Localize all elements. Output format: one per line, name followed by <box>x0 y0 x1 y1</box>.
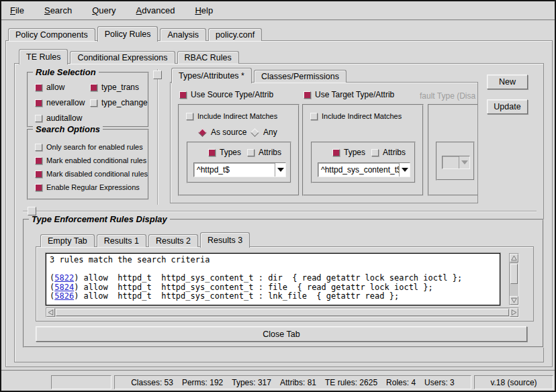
arrow-up-icon <box>511 255 517 261</box>
arrow-down-icon <box>511 297 517 303</box>
chevron-down-icon <box>461 160 468 164</box>
checkbox-indicator <box>35 99 42 107</box>
checkbox-target-types[interactable]: Types <box>332 148 365 157</box>
rule-text: ) allow httpd_t httpd_sys_content_t : ln… <box>74 291 399 301</box>
tab-classes-permissions[interactable]: Classes/Permissions <box>254 70 346 83</box>
status-message-field <box>51 375 111 389</box>
source-type-group: Include Indirect Matches As source Any T… <box>178 104 299 196</box>
checkbox-indicator <box>179 91 187 99</box>
checkbox-target-attribs[interactable]: Attribs <box>371 148 406 157</box>
tab-te-rules[interactable]: TE Rules <box>19 49 68 64</box>
checkbox-type-trans[interactable]: type_trans <box>90 83 139 92</box>
default-type-inner-box <box>436 142 475 181</box>
checkbox-type-change[interactable]: type_change <box>90 98 148 107</box>
close-tab-button[interactable]: Close Tab <box>36 326 527 342</box>
status-bar: Classes: 53 Perms: 192 Types: 317 Attrib… <box>1 370 555 391</box>
checkbox-mark-disabled-conditional[interactable]: Mark disabled conditional rules <box>35 170 148 178</box>
results-textarea[interactable]: 3 rules match the search criteria (5822)… <box>46 253 500 305</box>
rule-text: ) allow httpd_t httpd_sys_content_t : fi… <box>74 283 433 292</box>
vertical-sash-handle[interactable] <box>153 70 162 79</box>
tab-policy-components[interactable]: Policy Components <box>8 28 95 41</box>
new-button[interactable]: New <box>487 75 528 89</box>
checkbox-neverallow[interactable]: neverallow <box>35 98 85 107</box>
checkbox-source-indirect[interactable]: Include Indirect Matches <box>186 112 277 120</box>
tab-policy-rules[interactable]: Policy Rules <box>97 26 158 42</box>
rule-id-link[interactable]: 5826 <box>54 291 74 301</box>
checkbox-indicator <box>35 144 42 151</box>
tab-empty[interactable]: Empty Tab <box>40 234 95 247</box>
rule-id-link[interactable]: 5824 <box>54 283 74 292</box>
tab-conditional-expressions[interactable]: Conditional Expressions <box>70 51 175 64</box>
horizontal-sash-handle[interactable] <box>28 207 36 215</box>
checkbox-use-target-type[interactable]: Use Target Type/Attrib <box>304 90 394 99</box>
checkbox-allow[interactable]: allow <box>35 83 64 92</box>
update-button[interactable]: Update <box>487 99 528 114</box>
vertical-scroll-thumb[interactable] <box>510 264 518 284</box>
target-type-combo[interactable]: ^httpd_sys_content_t$ <box>318 162 410 177</box>
tab-rbac-rules[interactable]: RBAC Rules <box>177 51 239 64</box>
radio-indicator <box>198 128 207 137</box>
default-type-combo <box>442 156 470 169</box>
horizontal-scroll-thumb[interactable] <box>56 309 509 316</box>
checkbox-source-types[interactable]: Types <box>208 148 241 157</box>
tab-results-1[interactable]: Results 1 <box>97 234 146 247</box>
stat-perms: Perms: 192 <box>182 378 223 387</box>
tab-policy-conf[interactable]: policy.conf <box>208 28 262 41</box>
target-combo-dropdown-button[interactable] <box>399 163 410 177</box>
status-version-field: v.18 (source) <box>474 375 553 389</box>
arrow-left-icon <box>48 309 54 315</box>
tab-results-3[interactable]: Results 3 <box>200 232 250 248</box>
menu-query[interactable]: Query <box>90 4 118 17</box>
rule-line: (5826) allow httpd_t httpd_sys_content_t… <box>50 292 496 301</box>
rule-line: (5824) allow httpd_t httpd_sys_content_t… <box>50 283 496 293</box>
main-tab-bar: Policy Components Policy Rules Analysis … <box>8 25 264 41</box>
results-tab-bar: Empty Tab Results 1 Results 2 Results 3 <box>40 233 252 247</box>
tab-results-2[interactable]: Results 2 <box>148 234 198 247</box>
menu-help[interactable]: Help <box>193 4 215 17</box>
chevron-down-icon <box>402 168 408 172</box>
radio-as-source[interactable]: As source <box>198 128 246 137</box>
checkbox-indicator <box>90 99 97 107</box>
arrow-right-icon <box>511 309 517 315</box>
rules-tab-bar: TE Rules Conditional Expressions RBAC Ru… <box>19 48 241 64</box>
horizontal-scrollbar[interactable] <box>46 307 519 317</box>
checkbox-mark-enabled-conditional[interactable]: Mark enabled conditional rules <box>35 156 146 164</box>
checkbox-indicator <box>35 184 42 191</box>
scroll-left-button[interactable] <box>46 308 55 317</box>
results-summary: 3 rules match the search criteria <box>50 256 496 265</box>
source-type-combo[interactable]: ^httpd_t$ <box>193 162 286 177</box>
menu-search[interactable]: Search <box>42 4 74 17</box>
scroll-right-button[interactable] <box>510 308 518 317</box>
scroll-up-button[interactable] <box>510 254 518 262</box>
menu-file[interactable]: File <box>8 4 26 17</box>
checkbox-enable-regex[interactable]: Enable Regular Expressions <box>35 183 140 191</box>
checkbox-auditallow[interactable]: auditallow <box>35 113 82 123</box>
radio-any[interactable]: Any <box>250 128 277 137</box>
chevron-down-icon <box>277 168 284 172</box>
checkbox-source-attribs[interactable]: Attribs <box>247 148 281 157</box>
checkbox-only-enabled-rules[interactable]: Only search for enabled rules <box>35 143 143 151</box>
vertical-scrollbar[interactable] <box>509 253 519 305</box>
checkbox-target-indirect[interactable]: Include Indirect Matches <box>310 112 402 120</box>
default-type-group <box>428 104 478 196</box>
horizontal-scroll-trough[interactable] <box>55 308 510 317</box>
horizontal-sash-line <box>23 211 537 212</box>
tab-analysis[interactable]: Analysis <box>160 28 206 41</box>
stat-types: Types: 317 <box>232 378 271 387</box>
types-attribs-panel: Use Source Type/Attrib Include Indirect … <box>170 82 478 203</box>
policy-rules-panel: TE Rules Conditional Expressions RBAC Ru… <box>5 40 553 367</box>
target-type-group: Include Indirect Matches Types Attribs ^… <box>302 104 424 196</box>
tab-types-attributes[interactable]: Types/Attributes * <box>171 68 252 83</box>
rule-id-link[interactable]: 5822 <box>54 273 74 283</box>
checkbox-indicator <box>310 113 318 120</box>
source-type-combo-value: ^httpd_t$ <box>194 164 275 176</box>
checkbox-indicator <box>35 170 42 178</box>
checkbox-indicator <box>35 84 42 91</box>
source-combo-dropdown-button[interactable] <box>275 163 285 177</box>
stat-te-rules: TE rules: 2625 <box>325 378 377 387</box>
menu-advanced[interactable]: Advanced <box>134 4 177 17</box>
scroll-down-button[interactable] <box>510 296 518 305</box>
te-rules-display-title: Type Enforcement Rules Display <box>29 214 170 224</box>
checkbox-use-source-type[interactable]: Use Source Type/Attrib <box>179 90 273 99</box>
vertical-scroll-trough[interactable] <box>510 262 518 296</box>
